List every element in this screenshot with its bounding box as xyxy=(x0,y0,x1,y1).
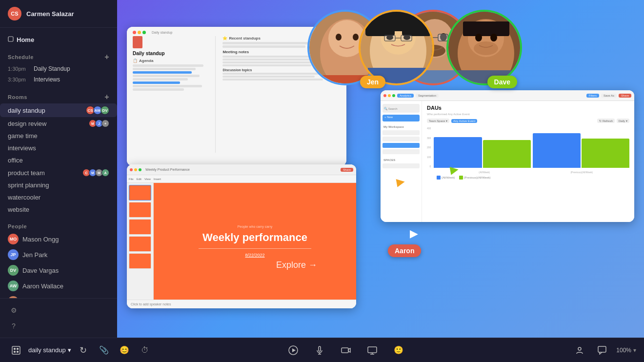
daily-selector[interactable]: Daily ▾ xyxy=(617,119,629,123)
home-nav[interactable]: Home xyxy=(0,34,117,46)
mic-icon xyxy=(315,345,324,355)
people-list-button[interactable] xyxy=(571,342,588,359)
room-office[interactable]: office xyxy=(0,154,117,166)
any-active-event-filter[interactable]: Any Active Event xyxy=(451,119,477,123)
view-menu[interactable]: View xyxy=(144,178,151,181)
chat-button[interactable] xyxy=(594,342,610,359)
svg-point-52 xyxy=(578,347,581,350)
play-icon xyxy=(288,345,298,355)
room-watercooler[interactable]: watercooler xyxy=(0,191,117,203)
svg-point-5 xyxy=(336,34,342,40)
room-avatars-product-team: C M M A xyxy=(84,169,109,177)
help-icon[interactable]: ? xyxy=(8,320,20,332)
attach-button[interactable]: 📎 xyxy=(96,342,112,359)
room-interviews[interactable]: interviews xyxy=(0,142,117,154)
nav-item-1[interactable] xyxy=(382,130,420,135)
room-avatar: DV xyxy=(101,106,109,115)
timer-button[interactable]: ⏱ xyxy=(137,342,153,359)
room-name-website: website xyxy=(8,206,29,213)
svg-rect-27 xyxy=(401,35,412,41)
share-button[interactable]: Share xyxy=(341,168,353,172)
camera-button[interactable] xyxy=(338,342,354,359)
legend-previous: (Previous)(All/Week) xyxy=(464,176,491,179)
settings-icon[interactable]: ⚙ xyxy=(8,304,20,316)
filters-button[interactable]: Filters xyxy=(586,94,599,98)
slide-thumb-4[interactable] xyxy=(129,236,151,252)
refresh-room-button[interactable]: ↻ xyxy=(75,342,92,359)
toolbar-room-name[interactable]: daily standup ▾ xyxy=(28,346,71,354)
recent-standups-label: Recent standups xyxy=(229,36,260,40)
emoji-reaction-button[interactable]: 🙂 xyxy=(390,342,407,359)
analytics-tab[interactable]: Analytics xyxy=(397,94,414,98)
person-mason-ongg[interactable]: MO Mason Ongg xyxy=(0,231,117,247)
mic-button[interactable] xyxy=(311,342,328,359)
nav-item-2[interactable] xyxy=(382,137,420,141)
screen-share-button[interactable] xyxy=(364,342,381,359)
team-space-filter[interactable]: Team Space ▾ xyxy=(427,119,449,123)
person-amber-hahn[interactable]: AH Amber Hahn xyxy=(0,294,117,298)
room-name-interviews: interviews xyxy=(8,144,36,152)
segmentation-tab[interactable]: Segmentation xyxy=(416,94,439,98)
svg-rect-47 xyxy=(342,348,348,353)
schedule-item-2[interactable]: 3:30pm Interviews xyxy=(0,74,117,85)
room-name-product-team: product team xyxy=(8,169,45,177)
room-website[interactable]: website xyxy=(0,203,117,216)
sidebar-header: CS Carmen Salazar xyxy=(0,0,117,28)
slide-thumb-3[interactable] xyxy=(129,219,151,235)
file-menu[interactable]: File xyxy=(129,178,134,181)
svg-point-34 xyxy=(475,34,482,41)
schedule-name-2: Interviews xyxy=(34,76,60,83)
new-button[interactable]: + New xyxy=(382,115,420,121)
nav-item-3-active[interactable] xyxy=(382,143,420,148)
schedule-label: Schedule xyxy=(8,54,34,60)
nav-item-5[interactable] xyxy=(382,163,420,168)
share-analytics-button[interactable]: Share xyxy=(619,94,631,98)
room-avatar: + xyxy=(101,120,109,127)
emoji-button[interactable]: 😊 xyxy=(116,342,133,359)
person-jen-park[interactable]: JP Jen Park xyxy=(0,247,117,262)
schedule-add-button[interactable]: + xyxy=(104,53,109,61)
standup-book-icon xyxy=(133,36,142,48)
daus-title: DAUs xyxy=(427,105,629,111)
participant-circle-dave xyxy=(446,10,522,85)
room-game-time[interactable]: game time xyxy=(0,130,117,142)
slide-small-text: People who carry carry xyxy=(238,225,273,228)
svg-rect-41 xyxy=(17,351,19,353)
schedule-item[interactable]: 1:30pm Daily Standup xyxy=(0,63,117,74)
svg-rect-40 xyxy=(14,351,16,353)
schedule-time-2: 3:30pm xyxy=(8,77,30,82)
daus-subtitle: Who performed Any Active Event xyxy=(427,113,629,116)
svg-rect-21 xyxy=(365,26,395,36)
room-name-game-time: game time xyxy=(8,132,38,140)
room-daily-standup[interactable]: daily standup CS AW DV xyxy=(0,103,117,117)
room-avatars-daily-standup: CS AW DV xyxy=(87,106,109,115)
svg-point-36 xyxy=(474,41,498,55)
room-name-label: daily standup xyxy=(28,346,66,354)
refresh-button[interactable]: ↻ Refresh xyxy=(597,119,615,123)
slide-thumb-2[interactable] xyxy=(129,202,151,218)
person-avatar: DV xyxy=(8,265,19,276)
play-button[interactable] xyxy=(285,342,302,359)
svg-rect-22 xyxy=(402,26,431,36)
map-button[interactable] xyxy=(8,342,24,359)
person-avatar: MO xyxy=(8,234,19,244)
room-sprint-planning[interactable]: sprint planning xyxy=(0,179,117,191)
save-as-button[interactable]: Save As xyxy=(601,94,617,98)
person-dave-vargas[interactable]: DV Dave Vargas xyxy=(0,262,117,278)
nav-item-4[interactable] xyxy=(382,149,420,154)
bar-prev-2 xyxy=(582,139,629,168)
screen-share-icon xyxy=(367,345,377,355)
search-bar[interactable]: 🔍 Search xyxy=(382,104,420,113)
zoom-percentage: 100% xyxy=(616,347,631,354)
zoom-control[interactable]: 100% ▾ xyxy=(616,347,636,354)
slide-thumb-5[interactable] xyxy=(129,253,151,269)
explore-button[interactable]: Explore → xyxy=(276,260,317,270)
edit-menu[interactable]: Edit xyxy=(137,178,141,181)
room-design-review[interactable]: design review M J + xyxy=(0,117,117,130)
spaces-label: SPACES xyxy=(382,158,420,162)
slide-thumb-1[interactable] xyxy=(129,185,151,201)
rooms-add-button[interactable]: + xyxy=(104,93,109,101)
person-aaron-wallace[interactable]: AW Aaron Wallace xyxy=(0,278,117,294)
room-product-team[interactable]: product team C M M A xyxy=(0,166,117,179)
insert-menu[interactable]: Insert xyxy=(154,178,161,181)
